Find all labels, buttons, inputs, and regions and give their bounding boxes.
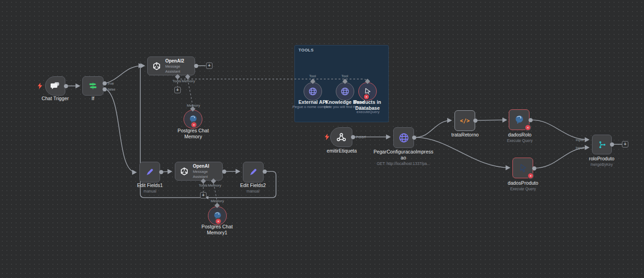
- globe-icon: [308, 87, 317, 96]
- plus-icon: +: [208, 63, 211, 68]
- chat-icon: [51, 82, 60, 91]
- code-icon: </>: [460, 118, 470, 124]
- openai2-title: OpenAI2: [165, 58, 195, 64]
- dadosproduto-error-badge: ✕: [527, 172, 534, 179]
- node-knowledge-base[interactable]: [336, 82, 354, 101]
- connection-openai2-tools-toolnodes[interactable]: [180, 79, 368, 80]
- dadosrolo-error-badge: ✕: [524, 124, 531, 131]
- connection-if-false-editfields1[interactable]: [106, 89, 136, 172]
- roloproduto-input1-label: Input 1: [571, 138, 587, 142]
- cursor-icon: [518, 163, 528, 173]
- node-openai2[interactable]: OpenAI2 Message Assistant: [147, 57, 195, 75]
- node-external-api[interactable]: [304, 82, 322, 101]
- openai-tools-port-label: Tools: [199, 184, 207, 187]
- dadosproduto-label: dadosProduto Execute Query: [500, 180, 546, 192]
- dadosrolo-label: dadosRolo Execute Query: [497, 132, 543, 143]
- pcm-error-badge: ✕: [190, 121, 197, 128]
- if-output-false[interactable]: [103, 87, 107, 91]
- node-pegar-configuracao[interactable]: [393, 127, 414, 148]
- if-filter-icon: [88, 81, 98, 91]
- if-output-true[interactable]: [103, 81, 107, 85]
- connections-layer: [0, 0, 644, 278]
- edit-fields1-label: Edit Fields1 manual: [127, 182, 173, 194]
- products-subtitle: executeQuery: [340, 110, 396, 114]
- plus-icon: +: [624, 142, 627, 147]
- roloproduto-input2-label: Input 2: [571, 146, 587, 150]
- webhook-icon: [336, 132, 346, 142]
- globe-icon: [340, 87, 350, 96]
- openai-subtitle: Message Assistant: [193, 170, 222, 179]
- connection-if-true-openai2[interactable]: [106, 66, 143, 83]
- emitir-post-port-label: POST: [356, 136, 366, 139]
- emitir-output[interactable]: [351, 135, 355, 139]
- trigger-bolt-icon: [38, 83, 42, 89]
- workflow-canvas[interactable]: { "panel": { "title": "TOOLS" }, "connec…: [0, 0, 644, 278]
- trata-output[interactable]: [473, 119, 477, 123]
- pencil-icon: [145, 168, 154, 176]
- node-rolo-produto[interactable]: [592, 135, 612, 154]
- connection-editfields1-openai[interactable]: [162, 171, 172, 172]
- edit-fields1-output[interactable]: [159, 170, 163, 174]
- openai2-tools-port-label: Tools: [172, 79, 181, 83]
- edit-fields2-output[interactable]: [263, 170, 267, 174]
- node-if[interactable]: [82, 76, 104, 96]
- pegar-label: PegarConfiguracaoImpressao GET: http://l…: [372, 149, 435, 166]
- merge-icon: [598, 140, 607, 149]
- externalapi-tool-port-label: Tool: [309, 74, 316, 78]
- openai-logo-icon: [152, 62, 161, 71]
- roloproduto-add-node-button[interactable]: +: [622, 141, 628, 148]
- trata-label: trataRetorno: [442, 132, 488, 138]
- pcm-label: Postgres Chat Memory: [175, 128, 212, 140]
- dadosproduto-output[interactable]: [532, 166, 536, 170]
- openai-logo-icon: [180, 167, 189, 176]
- connection-trata-dadosrolo[interactable]: [477, 120, 506, 120]
- connection-openai2-memory-postgres[interactable]: [188, 79, 193, 107]
- openai2-memory-port-label: Memory: [182, 79, 195, 83]
- globe-icon: [398, 132, 409, 143]
- if-label: If: [70, 96, 116, 102]
- openai2-subtitle: Message Assistant: [165, 64, 195, 74]
- pcm1-error-badge: ✕: [215, 218, 222, 225]
- pegar-output[interactable]: [412, 136, 416, 140]
- node-trata-retorno[interactable]: </>: [454, 110, 475, 131]
- openai2-output[interactable]: [194, 64, 198, 68]
- emitir-label: emitirEtiqueta: [319, 148, 365, 154]
- if-true-port-label: true: [108, 82, 114, 85]
- node-openai[interactable]: OpenAI Message Assistant: [175, 162, 223, 181]
- roloproduto-label: roloProduto mergeByKey: [579, 156, 625, 167]
- openai-output[interactable]: [222, 170, 226, 174]
- plus-icon: +: [202, 193, 205, 198]
- chat-trigger-output[interactable]: [64, 84, 68, 88]
- openai2-add-tool-button[interactable]: +: [174, 87, 181, 93]
- trigger-bolt-icon: [325, 134, 329, 140]
- openai-add-tool-button[interactable]: +: [200, 192, 207, 199]
- postgres-icon: [515, 115, 524, 125]
- openai-title: OpenAI: [193, 163, 222, 170]
- node-emitir-etiqueta[interactable]: [330, 127, 352, 147]
- openai-memory-port-label: Memory: [208, 184, 221, 187]
- node-edit-fields2[interactable]: [243, 162, 264, 182]
- roloproduto-output[interactable]: [610, 142, 614, 147]
- dadosrolo-output[interactable]: [529, 118, 533, 122]
- products-error-badge: ✕: [363, 93, 370, 100]
- pcm1-label: Postgres Chat Memory1: [199, 224, 236, 236]
- plus-icon: +: [176, 88, 179, 92]
- node-edit-fields1[interactable]: [139, 162, 160, 182]
- openai2-add-node-button[interactable]: +: [206, 62, 213, 69]
- if-false-port-label: false: [108, 88, 115, 91]
- pencil-icon: [249, 168, 258, 176]
- edit-fields2-label: Edit Fields2 manual: [230, 182, 276, 194]
- node-chat-trigger[interactable]: [45, 76, 65, 96]
- knowledgebase-tool-port-label: Tool: [341, 74, 348, 78]
